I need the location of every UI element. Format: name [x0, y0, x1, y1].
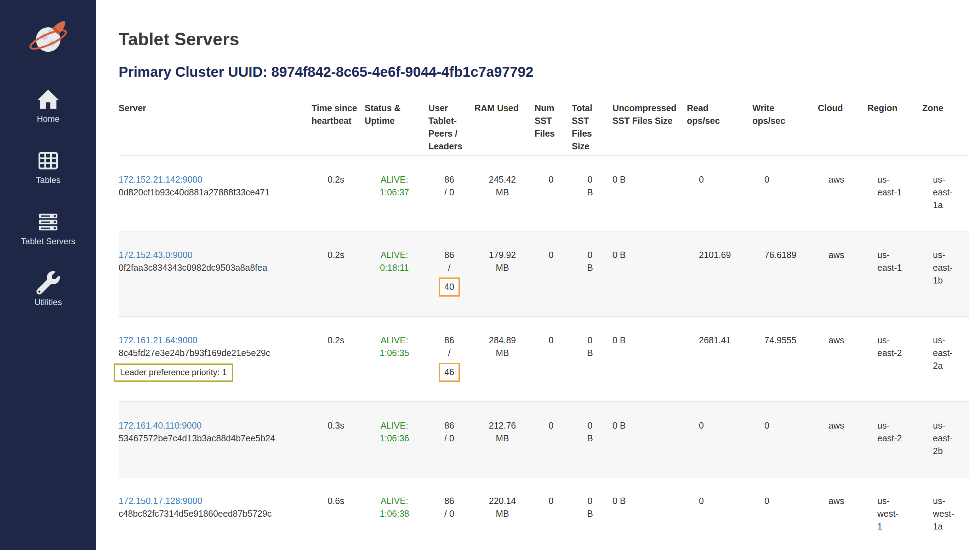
cell-heartbeat: 0.2s [312, 316, 365, 402]
column-header-uncompressed_sst: Uncompressed SST Files Size [612, 92, 687, 156]
main-content: Tablet Servers Primary Cluster UUID: 897… [96, 0, 980, 550]
server-cell: 172.152.43.0:90000f2faa3c834343c0982dc95… [119, 231, 312, 316]
cell-num_sst: 0 [535, 231, 572, 316]
server-link[interactable]: 172.152.21.142:9000 [119, 175, 202, 184]
cell-status: ALIVE:0:18:11 [365, 231, 428, 316]
cell-uncompressed_sst: 0 B [612, 477, 687, 550]
cell-num_sst: 0 [535, 156, 572, 231]
table-row: 172.152.21.142:90000d820cf1b93c40d881a27… [119, 156, 969, 231]
cell-cloud: aws [818, 156, 867, 231]
sidebar-item-utilities[interactable]: Utilities [34, 271, 62, 308]
cell-zone: us-east-1b [922, 231, 969, 316]
cell-heartbeat: 0.6s [312, 477, 365, 550]
cell-uncompressed_sst: 0 B [612, 231, 687, 316]
cell-heartbeat: 0.2s [312, 231, 365, 316]
cell-region: us-east-1 [867, 231, 922, 316]
cell-cloud: aws [818, 477, 867, 550]
cell-zone: us-west-1a [922, 477, 969, 550]
cluster-uuid-value: 8974f842-8c65-4e6f-9044-4fb1c7a97792 [271, 64, 533, 79]
cell-total_sst: 0 B [572, 231, 612, 316]
sidebar-item-tablet-servers[interactable]: Tablet Servers [21, 210, 75, 247]
yugabyte-logo-icon[interactable] [25, 16, 71, 61]
cell-peers: 86/ 0 [428, 402, 474, 477]
column-header-peers: User Tablet-Peers / Leaders [428, 92, 474, 156]
column-header-total_sst: Total SST Files Size [572, 92, 612, 156]
leaders-highlight-box: 40 [439, 278, 460, 297]
server-uuid: 0d820cf1b93c40d881a27888f33ce471 [119, 186, 307, 199]
sidebar-item-label: Home [37, 114, 59, 124]
sidebar-item-label: Tablet Servers [21, 237, 75, 247]
cell-uncompressed_sst: 0 B [612, 402, 687, 477]
cell-peers: 86/46 [428, 316, 474, 402]
cell-zone: us-east-2b [922, 402, 969, 477]
server-link[interactable]: 172.161.21.64:9000 [119, 335, 197, 345]
cell-num_sst: 0 [535, 316, 572, 402]
cell-write_ops: 0 [752, 402, 818, 477]
leader-preference-badge: Leader preference priority: 1 [114, 364, 233, 382]
column-header-server: Server [119, 92, 312, 156]
cell-ram: 245.42 MB [474, 156, 535, 231]
cell-region: us-east-2 [867, 402, 922, 477]
grid-icon [37, 149, 60, 172]
cell-peers: 86/ 0 [428, 156, 474, 231]
status-uptime: ALIVE:1:06:35 [376, 334, 413, 359]
cell-status: ALIVE:1:06:38 [365, 477, 428, 550]
column-header-heartbeat: Time since heartbeat [312, 92, 365, 156]
cell-ram: 179.92 MB [474, 231, 535, 316]
server-uuid: 8c45fd27e3e24b7b93f169de21e5e29c [119, 347, 307, 359]
cell-read_ops: 0 [687, 402, 752, 477]
sidebar: Home Tables [0, 0, 96, 550]
page-title: Tablet Servers [119, 29, 969, 50]
cell-write_ops: 0 [752, 156, 818, 231]
cell-status: ALIVE:1:06:36 [365, 402, 428, 477]
sidebar-nav: Home Tables [21, 88, 75, 308]
status-uptime: ALIVE:1:06:37 [376, 173, 413, 199]
server-cell: 172.161.21.64:90008c45fd27e3e24b7b93f169… [119, 316, 312, 402]
cell-total_sst: 0 B [572, 156, 612, 231]
cell-num_sst: 0 [535, 477, 572, 550]
cell-region: us-west-1 [867, 477, 922, 550]
server-cell: 172.150.17.128:9000c48bc82fc7314d5e91860… [119, 477, 312, 550]
server-link[interactable]: 172.161.40.110:9000 [119, 420, 202, 430]
column-header-read_ops: Read ops/sec [687, 92, 752, 156]
column-header-status: Status & Uptime [365, 92, 428, 156]
cluster-uuid-label: Primary Cluster UUID: [119, 64, 267, 79]
cell-cloud: aws [818, 316, 867, 402]
cell-ram: 212.76 MB [474, 402, 535, 477]
server-uuid: 53467572be7c4d13b3ac88d4b7ee5b24 [119, 432, 307, 445]
cell-read_ops: 2681.41 [687, 316, 752, 402]
wrench-icon [37, 271, 60, 294]
server-uuid: c48bc82fc7314d5e91860eed87b5729c [119, 507, 307, 520]
cluster-uuid-heading: Primary Cluster UUID: 8974f842-8c65-4e6f… [119, 64, 969, 80]
table-row: 172.152.43.0:90000f2faa3c834343c0982dc95… [119, 231, 969, 316]
server-cell: 172.161.40.110:900053467572be7c4d13b3ac8… [119, 402, 312, 477]
sidebar-item-label: Tables [36, 175, 60, 186]
cell-cloud: aws [818, 231, 867, 316]
cell-peers: 86/40 [428, 231, 474, 316]
sidebar-item-tables[interactable]: Tables [36, 149, 60, 186]
server-stack-icon [37, 210, 60, 234]
cell-read_ops: 2101.69 [687, 231, 752, 316]
cell-uncompressed_sst: 0 B [612, 156, 687, 231]
cell-write_ops: 76.6189 [752, 231, 818, 316]
cell-total_sst: 0 B [572, 477, 612, 550]
sidebar-item-home[interactable]: Home [37, 88, 60, 124]
column-header-zone: Zone [922, 92, 969, 156]
table-row: 172.150.17.128:9000c48bc82fc7314d5e91860… [119, 477, 969, 550]
cell-write_ops: 0 [752, 477, 818, 550]
cell-status: ALIVE:1:06:35 [365, 316, 428, 402]
app-window: Home Tables [0, 0, 980, 550]
cell-zone: us-east-2a [922, 316, 969, 402]
cell-region: us-east-2 [867, 316, 922, 402]
server-link[interactable]: 172.150.17.128:9000 [119, 496, 202, 506]
status-uptime: ALIVE:1:06:36 [376, 419, 413, 445]
column-header-region: Region [867, 92, 922, 156]
cell-ram: 220.14 MB [474, 477, 535, 550]
leaders-highlight-box: 46 [439, 363, 460, 382]
cell-num_sst: 0 [535, 402, 572, 477]
server-cell: 172.152.21.142:90000d820cf1b93c40d881a27… [119, 156, 312, 231]
status-uptime: ALIVE:0:18:11 [376, 248, 413, 274]
server-link[interactable]: 172.152.43.0:9000 [119, 250, 192, 260]
cell-uncompressed_sst: 0 B [612, 316, 687, 402]
column-header-cloud: Cloud [818, 92, 867, 156]
